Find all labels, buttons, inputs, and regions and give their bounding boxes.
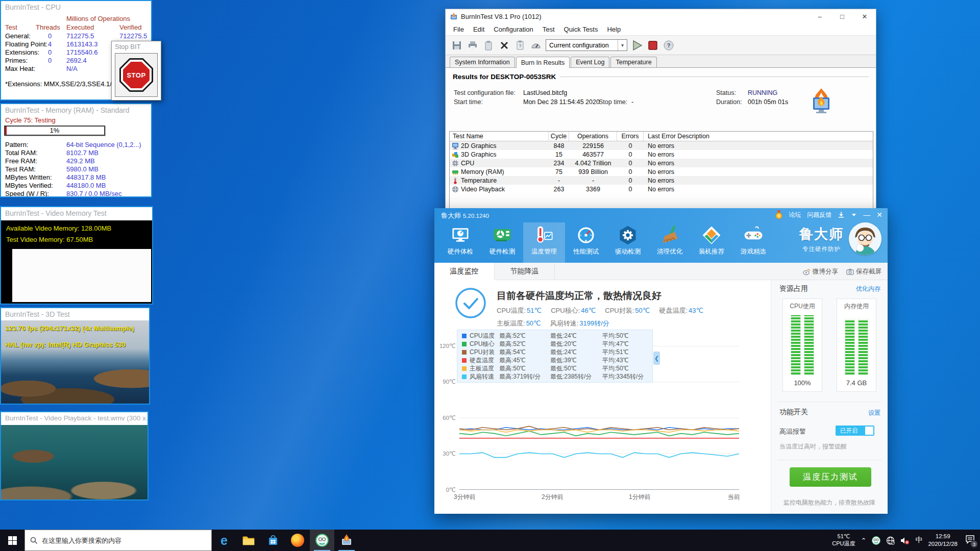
window-title[interactable]: BurnInTest - Memory (RAM) - Standard	[1, 104, 151, 116]
window-title[interactable]: BurnInTest - 3D Test	[1, 308, 149, 320]
start-time-label: Start time:	[454, 98, 483, 106]
configuration-select[interactable]: Current configuration ▾	[546, 39, 627, 51]
menu-file[interactable]: File	[449, 26, 469, 33]
skin-menu-icon[interactable]	[851, 212, 857, 218]
notification-center-icon[interactable]: 3	[965, 535, 975, 546]
feedback-link[interactable]: 问题反馈	[807, 211, 831, 219]
taskbar: e 51℃ CPU温度 ⌃ 中 12:59 20	[0, 530, 980, 551]
burnintest-taskbar-icon[interactable]	[334, 530, 359, 551]
tab-event-log[interactable]: Event Log	[571, 57, 609, 67]
file-explorer-icon[interactable]	[236, 530, 261, 551]
weibo-share-button[interactable]: 微博分享	[803, 267, 838, 276]
window-title[interactable]: BurnInTest - Video Memory Test	[1, 207, 152, 219]
menu-test[interactable]: Test	[538, 26, 559, 33]
network-globe-icon[interactable]	[886, 536, 895, 545]
firefox-icon[interactable]	[285, 530, 310, 551]
heading-rule	[560, 77, 869, 77]
download-icon[interactable]	[838, 211, 845, 218]
memory-progress-bar: 1%	[4, 126, 105, 136]
start-tests-button[interactable]	[631, 39, 643, 52]
col-last-error[interactable]: Last Error Description	[644, 132, 873, 141]
tab-temperature[interactable]: Temperature	[610, 57, 656, 67]
tray-cpu-temp[interactable]: 51℃ CPU温度	[832, 533, 855, 547]
nav-performance-test[interactable]: 性能测试	[565, 222, 607, 263]
table-row[interactable]: 3D Graphics 15 463577 0 No errors	[450, 150, 873, 159]
nav-build-recommend[interactable]: 装机推荐	[691, 222, 732, 263]
save-screenshot-button[interactable]: 保存截屏	[846, 267, 881, 276]
gauge-button[interactable]	[530, 39, 542, 52]
menu-quick-tests[interactable]: Quick Tests	[559, 26, 603, 33]
print-button[interactable]	[467, 39, 479, 52]
stop-bit-button[interactable]: STOP	[115, 53, 158, 97]
test-pattern-area	[12, 249, 151, 302]
stop-tests-button[interactable]	[647, 39, 659, 52]
row-executed: 1613143.3	[66, 40, 97, 48]
col-operations[interactable]: Operations	[569, 132, 617, 141]
store-icon[interactable]	[261, 530, 285, 551]
col-cycle[interactable]: Cycle	[549, 132, 569, 141]
nav-temperature-management[interactable]: 温度管理	[523, 222, 565, 263]
table-row[interactable]: 2D Graphics 848 229156 0 No errors	[450, 141, 873, 150]
master-lu-tray-icon[interactable]	[872, 536, 880, 545]
col-test-name[interactable]: Test Name	[450, 132, 549, 141]
lu-close-button[interactable]: ✕	[876, 211, 883, 219]
title-bar[interactable]: BurnInTest V8.1 Pro (1012) – □ ✕	[446, 9, 876, 23]
menu-help[interactable]: Help	[602, 26, 625, 33]
tab-burn-in-results[interactable]: Burn In Results	[516, 57, 570, 68]
nav-driver-detect[interactable]: 驱动检测	[607, 222, 649, 263]
taskbar-search[interactable]	[24, 530, 212, 551]
tab-system-information[interactable]: System Information	[450, 57, 515, 67]
lu-sub-tabs: 温度监控 节能降温 微博分享 保存截屏	[434, 263, 888, 280]
start-button[interactable]	[0, 530, 24, 551]
tab-temperature-monitor[interactable]: 温度监控	[434, 263, 495, 280]
lu-minimize-button[interactable]: —	[863, 211, 870, 219]
temperature-stress-test-button[interactable]: 温度压力测试	[790, 467, 871, 487]
table-row[interactable]: Temperature - - 0 No errors	[450, 176, 873, 185]
chevron-up-icon[interactable]: ⌃	[861, 537, 867, 544]
col-errors[interactable]: Errors	[617, 132, 644, 141]
close-button[interactable]: ✕	[853, 9, 876, 23]
master-lu-taskbar-icon[interactable]	[310, 530, 334, 551]
table-row[interactable]: CPU 234 4.042 Trillion 0 No errors	[450, 159, 873, 167]
alarm-note: 当温度过高时，报警提醒	[779, 442, 847, 451]
x-tick: 1分钟前	[629, 493, 651, 502]
tab-energy-cooling[interactable]: 节能降温	[495, 263, 555, 280]
minimize-button[interactable]: –	[808, 9, 831, 23]
nav-hardware-detect[interactable]: 硬件检测	[481, 222, 523, 263]
volume-muted-icon[interactable]	[900, 536, 910, 545]
certificate-button[interactable]: ?	[514, 39, 526, 52]
nav-hardware-checkup[interactable]: 硬件体检	[439, 222, 481, 263]
lu-version: 5.20.1240	[463, 213, 489, 219]
window-title[interactable]: Stop BIT	[112, 41, 161, 52]
table-row[interactable]: Video Playback 263 3369 0 No errors	[450, 185, 873, 193]
optimize-memory-link[interactable]: 优化内存	[856, 285, 880, 293]
legend-collapse-button[interactable]: ❮	[653, 352, 660, 365]
col-threads: Threads	[36, 23, 60, 31]
tray-clock[interactable]: 12:59 2020/12/28	[928, 533, 958, 548]
legend-row: 硬盘温度最高:45℃最低:39℃平均:43℃	[457, 356, 652, 364]
menu-configuration[interactable]: Configuration	[489, 26, 537, 33]
settings-link[interactable]: 设置	[868, 409, 880, 417]
window-title[interactable]: BurnInTest - CPU	[1, 1, 151, 13]
maximize-button[interactable]: □	[831, 9, 853, 23]
high-temp-alarm-toggle[interactable]: 已开启	[836, 425, 874, 436]
table-row[interactable]: Memory (RAM) 75 939 Billion 0 No errors	[450, 167, 873, 176]
cpu-package-readout: CPU封装:50℃	[605, 306, 650, 315]
search-input[interactable]	[42, 537, 190, 544]
help-button[interactable]: ?	[663, 39, 675, 52]
ime-indicator[interactable]: 中	[915, 536, 922, 545]
forum-link[interactable]: 论坛	[789, 211, 801, 219]
nav-game-selection[interactable]: 游戏精选	[732, 222, 774, 263]
clipboard-button[interactable]	[482, 39, 495, 52]
window-title[interactable]: BurnInTest - Video Playback - test.wmv (…	[1, 412, 148, 424]
edge-icon[interactable]: e	[212, 530, 236, 551]
menu-bar: File Edit Configuration Test Quick Tests…	[446, 23, 876, 36]
tab-strip: System Information Burn In Results Event…	[446, 55, 876, 67]
nav-cleanup-optimize[interactable]: 清理优化	[649, 222, 691, 263]
row-label: Max Heat:	[5, 65, 35, 72]
save-report-button[interactable]	[451, 39, 463, 52]
burnintest-app-icon	[450, 12, 458, 20]
menu-edit[interactable]: Edit	[469, 26, 489, 33]
master-lu-window: 鲁大师5.20.1240 论坛 问题反馈 — ✕ 硬件体检 硬件检测	[434, 208, 888, 514]
delete-results-button[interactable]	[498, 39, 510, 52]
